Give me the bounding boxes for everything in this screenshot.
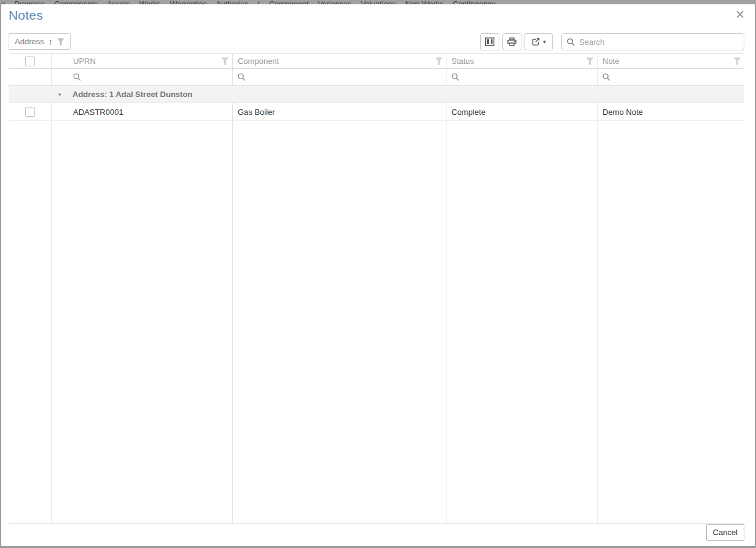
background-tab-separator: | <box>258 0 260 4</box>
filter-cell-uprn <box>52 69 233 85</box>
notes-grid: UPRN Component Status Note <box>9 53 744 524</box>
row-checkbox[interactable] <box>25 107 35 117</box>
background-tab-non-works: Non-Works <box>405 0 443 4</box>
column-header-uprn[interactable]: UPRN <box>52 54 233 68</box>
column-header-label: UPRN <box>73 57 96 66</box>
group-by-address-chip[interactable]: Address ↑ <box>9 33 71 50</box>
background-app-strip: y Progress Components Assets Works Warra… <box>0 0 756 4</box>
empty-column-uprn <box>52 121 233 523</box>
search-icon <box>567 38 575 46</box>
chevron-down-icon: ▾ <box>543 39 546 45</box>
cell-note: Demo Note <box>598 103 744 120</box>
filter-input-component[interactable] <box>250 72 375 82</box>
column-chooser-button[interactable] <box>480 33 499 50</box>
sort-ascending-icon[interactable]: ↑ <box>49 37 53 47</box>
filter-funnel-icon[interactable] <box>733 57 741 65</box>
select-all-checkbox[interactable] <box>25 57 35 66</box>
background-tab-component: Component <box>269 0 309 4</box>
close-icon[interactable]: × <box>731 6 749 23</box>
background-tab-warranties: Warranties <box>170 0 207 4</box>
filter-funnel-icon[interactable] <box>57 38 64 45</box>
export-button[interactable]: ▾ <box>524 33 553 50</box>
group-row-address[interactable]: ▾ Address: 1 Adal Street Dunston <box>9 86 744 103</box>
collapse-group-icon[interactable]: ▾ <box>58 92 66 98</box>
grid-header-row: UPRN Component Status Note <box>9 54 744 69</box>
column-header-note[interactable]: Note <box>598 54 744 68</box>
grid-empty-area <box>9 121 744 523</box>
print-icon <box>507 37 516 46</box>
cell-status: Complete <box>446 103 598 120</box>
column-chooser-icon <box>485 37 494 46</box>
column-header-label: Status <box>451 57 474 66</box>
filter-cell-component <box>233 69 446 85</box>
filter-funnel-icon[interactable] <box>435 57 443 65</box>
filter-cell-status <box>446 69 598 85</box>
export-icon <box>531 37 540 47</box>
background-tab-variances: Variances <box>318 0 352 4</box>
notes-dialog: Notes × Address ↑ <box>0 4 756 548</box>
background-tab-authorise: Authorise <box>216 0 249 4</box>
filter-input-uprn[interactable] <box>85 72 181 82</box>
column-header-label: Component <box>238 57 279 66</box>
background-tab-contingency: Contingency <box>453 0 496 4</box>
table-row[interactable]: ADASTR0001 Gas Boiler Complete Demo Note <box>9 103 744 121</box>
toolbar-right-group: ▾ <box>480 33 744 50</box>
empty-column-select <box>9 121 52 523</box>
filter-cell-note <box>598 69 744 85</box>
background-tab-components: Components <box>54 0 98 4</box>
filter-cell-empty <box>9 69 52 85</box>
row-select-cell <box>9 103 52 120</box>
filter-input-note[interactable] <box>615 72 700 82</box>
dialog-title: Notes <box>9 8 43 23</box>
select-all-cell <box>9 54 52 68</box>
filter-funnel-icon[interactable] <box>221 57 229 65</box>
column-header-component[interactable]: Component <box>233 54 446 68</box>
column-header-label: Note <box>602 57 619 66</box>
background-tab-progress: Progress <box>14 0 45 4</box>
background-tab-assets: Assets <box>107 0 130 4</box>
background-tab-valuations: Valuations <box>360 0 396 4</box>
cancel-button[interactable]: Cancel <box>706 524 744 541</box>
print-button[interactable] <box>502 33 521 50</box>
search-input[interactable] <box>579 37 739 47</box>
cell-component: Gas Boiler <box>233 103 446 120</box>
background-tab-works: Works <box>139 0 161 4</box>
empty-column-status <box>446 121 598 523</box>
grid-filter-row <box>9 69 744 86</box>
grid-toolbar: Address ↑ <box>9 33 744 50</box>
filter-input-status[interactable] <box>464 72 551 82</box>
cell-uprn: ADASTR0001 <box>52 103 233 120</box>
filter-funnel-icon[interactable] <box>586 57 594 65</box>
empty-column-component <box>233 121 446 523</box>
group-field-label: Address <box>15 37 44 46</box>
background-tab-fragment: y <box>1 0 5 4</box>
column-header-status[interactable]: Status <box>446 54 598 68</box>
group-row-label: Address: 1 Adal Street Dunston <box>72 90 192 99</box>
search-box <box>561 33 744 50</box>
background-tab-bar: y Progress Components Assets Works Warra… <box>0 0 756 4</box>
empty-column-note <box>598 121 744 523</box>
